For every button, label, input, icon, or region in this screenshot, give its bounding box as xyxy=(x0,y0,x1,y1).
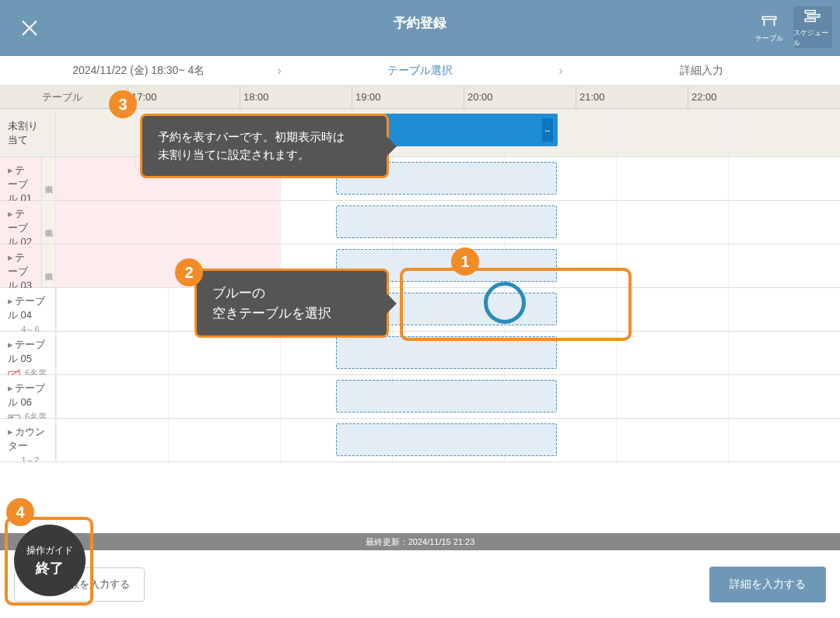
row-label[interactable]: ▸テーブル 01 2～4名席 xyxy=(0,157,42,200)
callout-arrow-icon xyxy=(386,135,397,157)
time-col-17: 17:00 xyxy=(128,86,240,108)
callout-arrow-icon xyxy=(386,293,397,314)
table-name: カウンター xyxy=(8,426,45,451)
table-name: テーブル 04 xyxy=(8,295,45,321)
breadcrumb: 2024/11/22 (金) 18:30~ 4名 › テーブル選択 › 詳細入力 xyxy=(0,56,840,86)
breadcrumb-step-datetime[interactable]: 2024/11/22 (金) 18:30~ 4名 xyxy=(0,64,277,78)
row-label[interactable]: ▸テーブル 02 2～4名席 xyxy=(0,201,42,244)
seat-icon xyxy=(8,461,18,462)
row-label[interactable]: ▸テーブル 06 6名席 xyxy=(0,375,56,418)
close-icon xyxy=(21,19,38,37)
callout-3-line2: 未割り当てに設定されます。 xyxy=(158,146,371,164)
available-slot[interactable] xyxy=(336,380,557,413)
schedule-icon xyxy=(803,6,823,26)
callout-2: ブルーの 空きテーブルを選択 xyxy=(194,269,389,338)
callout-4-badge: 4 xyxy=(6,498,34,526)
table-view-label: テーブル xyxy=(755,33,783,44)
schedule-view-label: スケジュール xyxy=(793,28,832,48)
view-toggle: テーブル スケジュール xyxy=(750,6,832,48)
time-col-18: 18:00 xyxy=(240,86,352,108)
posting-tag: 掲載中 xyxy=(42,157,56,200)
table-view-button[interactable]: テーブル xyxy=(750,6,789,48)
table-name: テーブル 05 xyxy=(8,339,45,364)
chevron-right-icon: ▸ xyxy=(8,164,13,176)
breadcrumb-step-detail[interactable]: 詳細入力 xyxy=(563,64,840,78)
close-button[interactable] xyxy=(6,19,53,37)
table-name: テーブル 06 xyxy=(8,382,45,408)
chevron-right-icon: ▸ xyxy=(8,382,13,394)
available-slot[interactable] xyxy=(336,205,557,238)
row-label[interactable]: ▸テーブル 04 4～6名席 xyxy=(0,288,56,331)
app-header: 予約登録 テーブル スケジュール xyxy=(0,0,840,56)
row-cells[interactable] xyxy=(56,375,840,418)
guide-end-label: 終了 xyxy=(36,559,64,578)
guide-label: 操作ガイド xyxy=(26,544,73,557)
row-table-01: ▸テーブル 01 2～4名席 掲載中 xyxy=(0,157,840,201)
chevron-right-icon: ▸ xyxy=(8,426,13,437)
schedule-view-button[interactable]: スケジュール xyxy=(793,6,832,48)
row-cells[interactable] xyxy=(56,201,840,244)
available-slot[interactable] xyxy=(336,423,557,456)
chevron-right-icon: ▸ xyxy=(8,295,13,307)
callout-2-line1: ブルーの xyxy=(212,283,371,304)
callout-3-badge: 3 xyxy=(109,90,137,118)
svg-rect-10 xyxy=(10,416,14,418)
page-title: 予約登録 xyxy=(394,14,446,32)
footer: 日時・人数を入力する 詳細を入力する xyxy=(0,550,840,618)
guide-end-button[interactable]: 操作ガイド 終了 xyxy=(14,525,86,596)
row-unassigned-label: 未割り当て xyxy=(0,109,56,156)
row-table-06: ▸テーブル 06 6名席 xyxy=(0,375,840,419)
next-button[interactable]: 詳細を入力する xyxy=(709,567,826,602)
posting-tag: 掲載中 xyxy=(42,244,56,287)
row-cells[interactable] xyxy=(56,419,840,462)
time-col-19: 19:00 xyxy=(352,86,464,108)
chevron-right-icon: ▸ xyxy=(8,339,13,350)
callout-3: 予約を表すバーです。初期表示時は 未割り当てに設定されます。 xyxy=(140,114,389,178)
breadcrumb-step-table[interactable]: テーブル選択 xyxy=(282,64,558,78)
row-label[interactable]: ▸テーブル 03 4～6名席 xyxy=(0,244,42,287)
row-table-02: ▸テーブル 02 2～4名席 掲載中 xyxy=(0,201,840,244)
table-icon xyxy=(759,12,779,32)
row-label[interactable]: ▸テーブル 05 6名席 xyxy=(0,332,56,374)
resize-handle-icon[interactable]: ↔ xyxy=(542,118,553,142)
time-col-20: 20:00 xyxy=(464,86,576,108)
callout-2-line2: 空きテーブルを選択 xyxy=(212,304,371,324)
status-bar: 最終更新：2024/11/15 21:23 xyxy=(0,533,840,550)
callout-2-badge: 2 xyxy=(175,258,203,286)
time-col-22: 22:00 xyxy=(688,86,800,108)
available-slot[interactable] xyxy=(336,336,557,369)
row-counter: ▸カウンター 1～2名席 xyxy=(0,419,840,462)
chevron-right-icon: ▸ xyxy=(8,251,13,263)
time-columns: 16:00 17:00 18:00 19:00 20:00 21:00 22:0… xyxy=(16,86,840,108)
posting-tag: 掲載中 xyxy=(42,201,56,244)
chevron-right-icon: ▸ xyxy=(8,208,13,219)
row-label[interactable]: ▸カウンター 1～2名席 xyxy=(0,419,56,462)
seat-count: 1～2名席 xyxy=(21,455,47,462)
callout-1-badge: 1 xyxy=(451,248,479,276)
callout-3-line1: 予約を表すバーです。初期表示時は xyxy=(158,128,371,146)
time-col-21: 21:00 xyxy=(576,86,688,108)
touch-indicator-icon xyxy=(484,282,526,324)
